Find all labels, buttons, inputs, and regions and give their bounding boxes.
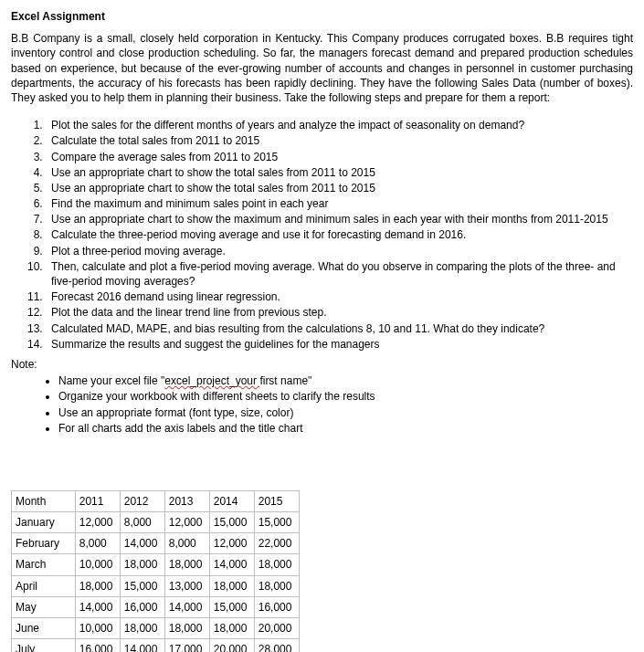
step-item: Then, calculate and plot a five-period m…: [46, 259, 633, 289]
cell-value: 16,000: [120, 596, 164, 617]
cell-value: 8,000: [120, 512, 164, 533]
step-item: Calculated MAD, MAPE, and bias resulting…: [46, 321, 633, 336]
step-item: Calculate the total sales from 2011 to 2…: [46, 133, 633, 148]
col-header-year: 2012: [120, 490, 164, 511]
cell-value: 18,000: [164, 618, 209, 639]
step-item: Compare the average sales from 2011 to 2…: [46, 150, 633, 164]
intro-paragraph: B.B Company is a small, closely held cor…: [11, 31, 633, 105]
step-item: Plot a three-period moving average.: [46, 244, 633, 258]
cell-value: 14,000: [120, 533, 164, 554]
cell-value: 18,000: [254, 554, 299, 575]
step-item: Plot the sales for the different months …: [46, 118, 633, 132]
col-header-year: 2014: [209, 490, 254, 511]
table-row: March10,00018,00018,00014,00018,000: [12, 554, 300, 575]
table-row: February8,00014,0008,00012,00022,000: [12, 533, 300, 554]
cell-value: 18,000: [209, 618, 254, 639]
step-item: Find the maximum and minimum sales point…: [46, 196, 633, 211]
table-row: January12,0008,00012,00015,00015,000: [12, 512, 300, 533]
cell-month: January: [12, 512, 76, 533]
col-header-year: 2015: [254, 490, 299, 511]
cell-value: 18,000: [120, 618, 164, 639]
step-item: Calculate the three-period moving averag…: [46, 227, 633, 242]
cell-month: March: [12, 554, 76, 575]
cell-value: 18,000: [209, 575, 254, 596]
cell-month: April: [12, 575, 76, 596]
col-header-year: 2011: [75, 490, 120, 511]
table-row: July16,00014,00017,00020,00028,000: [12, 639, 300, 652]
cell-value: 18,000: [75, 575, 120, 596]
table-row: May14,00016,00014,00015,00016,000: [12, 596, 300, 617]
sales-data-table: Month 2011 2012 2013 2014 2015 January12…: [11, 490, 300, 652]
step-item: Use an appropriate chart to show the tot…: [46, 165, 633, 180]
step-item: Forecast 2016 demand using linear regres…: [46, 289, 633, 304]
cell-value: 22,000: [254, 533, 299, 554]
cell-value: 12,000: [209, 533, 254, 554]
col-header-year: 2013: [164, 490, 209, 511]
note-text-post: first name": [259, 374, 311, 387]
note-item: Organize your workbook with different sh…: [58, 389, 633, 404]
cell-value: 8,000: [75, 533, 120, 554]
cell-value: 14,000: [164, 596, 209, 617]
cell-value: 14,000: [209, 554, 254, 575]
col-header-month: Month: [12, 490, 76, 511]
note-item: Name your excel file "excel_project_your…: [58, 373, 633, 388]
table-header-row: Month 2011 2012 2013 2014 2015: [12, 490, 300, 511]
cell-value: 18,000: [164, 554, 209, 575]
note-label: Note:: [11, 357, 633, 372]
note-text-wavy: excel_project_your: [164, 374, 259, 387]
steps-list: Plot the sales for the different months …: [11, 118, 633, 352]
cell-value: 20,000: [209, 639, 254, 652]
note-text-pre: Name your excel file ": [58, 374, 164, 387]
cell-value: 28,000: [254, 639, 299, 652]
cell-month: February: [12, 533, 76, 554]
note-item: For all charts add the axis labels and t…: [58, 421, 633, 436]
cell-month: July: [12, 639, 76, 652]
cell-value: 14,000: [120, 639, 164, 652]
cell-value: 13,000: [164, 575, 209, 596]
cell-month: June: [12, 618, 76, 639]
cell-value: 15,000: [254, 512, 299, 533]
step-item: Summarize the results and suggest the gu…: [46, 337, 633, 352]
cell-value: 18,000: [120, 554, 164, 575]
cell-value: 8,000: [164, 533, 209, 554]
cell-value: 15,000: [120, 575, 164, 596]
cell-value: 18,000: [254, 575, 299, 596]
cell-value: 12,000: [164, 512, 209, 533]
cell-month: May: [12, 596, 76, 617]
cell-value: 10,000: [75, 554, 120, 575]
cell-value: 16,000: [75, 639, 120, 652]
table-row: April18,00015,00013,00018,00018,000: [12, 575, 300, 596]
cell-value: 20,000: [254, 618, 299, 639]
note-item: Use an appropriate format (font type, si…: [58, 405, 633, 420]
cell-value: 17,000: [164, 639, 209, 652]
step-item: Plot the data and the linear trend line …: [46, 305, 633, 320]
table-row: June10,00018,00018,00018,00020,000: [12, 618, 300, 639]
step-item: Use an appropriate chart to show the tot…: [46, 181, 633, 195]
cell-value: 15,000: [209, 512, 254, 533]
cell-value: 10,000: [75, 618, 120, 639]
cell-value: 15,000: [209, 596, 254, 617]
cell-value: 14,000: [75, 596, 120, 617]
cell-value: 16,000: [254, 596, 299, 617]
page-title: Excel Assignment: [11, 9, 633, 24]
step-item: Use an appropriate chart to show the max…: [46, 212, 633, 226]
cell-value: 12,000: [75, 512, 120, 533]
notes-list: Name your excel file "excel_project_your…: [11, 373, 633, 436]
